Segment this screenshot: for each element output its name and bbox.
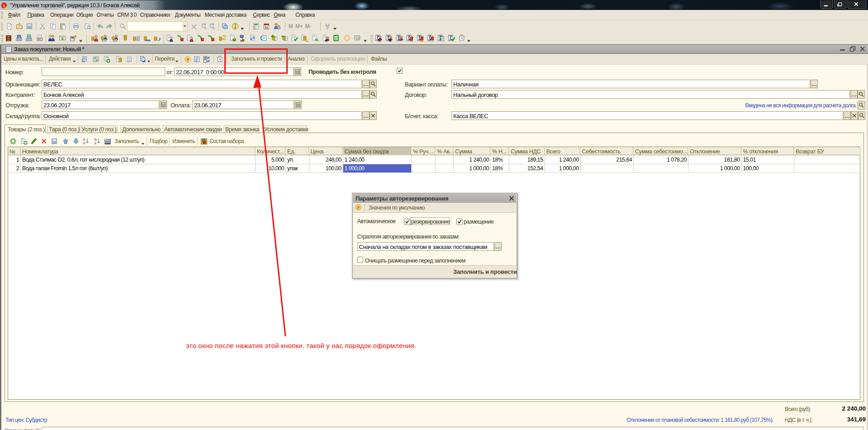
svg-text:%: %	[315, 38, 318, 42]
svg-text:1: 1	[3, 4, 5, 8]
svg-text:31: 31	[265, 26, 268, 29]
svg-text:?: ?	[186, 57, 189, 62]
svg-text:А: А	[94, 142, 96, 145]
svg-text:Я: Я	[94, 138, 96, 141]
svg-text:А: А	[83, 138, 85, 141]
svg-text:?: ?	[357, 205, 360, 210]
svg-text:Я: Я	[83, 142, 85, 145]
